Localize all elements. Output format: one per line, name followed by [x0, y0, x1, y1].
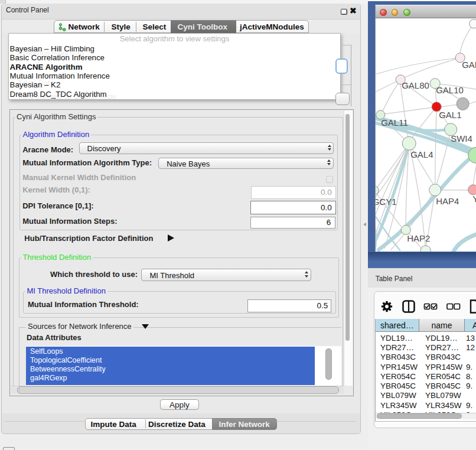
svg-text:GAL80: GAL80	[402, 80, 429, 90]
svg-text:GAL11: GAL11	[381, 118, 408, 128]
svg-text:HAP4: HAP4	[436, 196, 459, 206]
svg-text:GAL4: GAL4	[410, 149, 433, 159]
svg-text:GAL1: GAL1	[439, 110, 461, 120]
svg-text:GAL10: GAL10	[436, 85, 464, 95]
svg-text:GAL: GAL	[462, 60, 476, 70]
svg-text:Y: Y	[472, 194, 476, 204]
svg-text:SWI4: SWI4	[451, 133, 472, 144]
svg-text:HAP2: HAP2	[407, 233, 430, 243]
svg-text:GCY1: GCY1	[376, 197, 397, 207]
